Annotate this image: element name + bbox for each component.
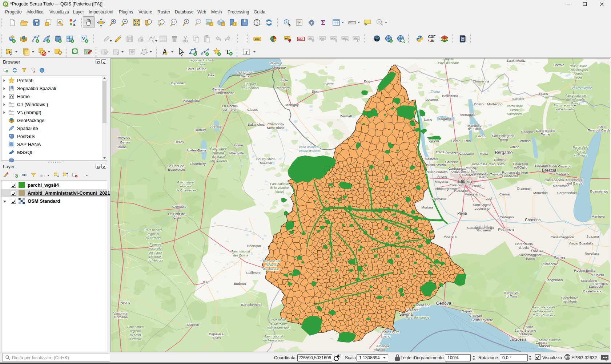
- svg-text:Albertville: Albertville: [229, 151, 244, 155]
- svg-text:Mont-Blanc: Mont-Blanc: [267, 126, 285, 130]
- svg-text:Lodi: Lodi: [486, 197, 493, 201]
- svg-text:Meda: Meda: [479, 151, 488, 155]
- svg-text:Gavardo: Gavardo: [558, 164, 571, 168]
- svg-text:Terme: Terme: [541, 132, 550, 136]
- svg-text:Belley: Belley: [174, 140, 184, 144]
- svg-text:ne' Monti: ne' Monti: [563, 299, 577, 303]
- svg-text:Riva del Garda: Riva del Garda: [588, 129, 610, 133]
- svg-text:Sestri Levante: Sestri Levante: [471, 318, 493, 322]
- svg-text:Lecco: Lecco: [477, 134, 486, 138]
- svg-text:Saint-Claude: Saint-Claude: [186, 67, 206, 71]
- svg-text:Como: Como: [451, 139, 461, 143]
- svg-text:Aigle: Aigle: [280, 78, 288, 82]
- svg-text:Parc national: Parc national: [264, 335, 283, 338]
- svg-text:Colico: Colico: [474, 102, 483, 106]
- svg-text:Alassio: Alassio: [374, 348, 385, 352]
- svg-text:Ventoux: Ventoux: [130, 337, 142, 341]
- svg-text:abc: abc: [354, 37, 358, 40]
- svg-text:Pays-d'Enhaut: Pays-d'Enhaut: [438, 61, 459, 65]
- svg-text:Vallée d'Aoste: Vallée d'Aoste: [298, 149, 320, 153]
- svg-text:Rapallo: Rapallo: [462, 309, 473, 313]
- svg-text:(cœur): (cœur): [274, 190, 284, 194]
- svg-text:Bergamo: Bergamo: [495, 150, 513, 155]
- svg-text:di Toro: di Toro: [507, 294, 517, 298]
- svg-text:Chiari: Chiari: [519, 171, 528, 175]
- svg-text:- Nationalpark: - Nationalpark: [568, 68, 588, 72]
- svg-text:Massa: Massa: [539, 344, 550, 348]
- svg-text:Annecy: Annecy: [210, 125, 222, 129]
- svg-text:Bains: Bains: [241, 74, 249, 78]
- svg-text:Chiavenna: Chiavenna: [473, 79, 490, 83]
- svg-text:Parco Nazionale: Parco Nazionale: [532, 306, 555, 309]
- svg-text:Beauvoisin: Beauvoisin: [168, 167, 185, 171]
- svg-text:Osio Sotto: Osio Sotto: [489, 162, 505, 166]
- svg-text:Aulla: Aulla: [526, 325, 534, 329]
- svg-text:Castenedolo: Castenedolo: [544, 178, 564, 182]
- svg-text:Castellarano: Castellarano: [583, 289, 602, 293]
- svg-text:abc: abc: [331, 37, 336, 40]
- svg-text:Aix-les-Bains: Aix-les-Bains: [186, 148, 206, 152]
- svg-text:des hauts: des hauts: [148, 251, 162, 254]
- svg-text:Pavia: Pavia: [457, 211, 467, 215]
- svg-text:du Mercantour: du Mercantour: [263, 339, 284, 342]
- svg-text:Σ: Σ: [321, 19, 325, 27]
- svg-text:Lugano: Lugano: [439, 117, 451, 121]
- svg-text:Langhirano: Langhirano: [546, 278, 563, 282]
- svg-text:Varese: Varese: [429, 138, 439, 142]
- svg-text:Locarno: Locarno: [425, 97, 438, 101]
- svg-text:Chiavari: Chiavari: [469, 314, 482, 318]
- svg-text:Valserhône: Valserhône: [183, 98, 200, 102]
- svg-text:Lodigiano: Lodigiano: [475, 206, 490, 210]
- svg-text:Martigny: Martigny: [285, 103, 299, 107]
- svg-text:Vallese/Wallis: Vallese/Wallis: [571, 86, 593, 90]
- svg-text:régional: régional: [266, 263, 277, 267]
- svg-text:Mions: Mions: [117, 145, 127, 149]
- svg-text:Brescia: Brescia: [542, 168, 556, 173]
- svg-text:Rubiera: Rubiera: [592, 273, 604, 277]
- svg-text:Nove: Nove: [549, 163, 557, 167]
- svg-text:dello Stelvio: dello Stelvio: [570, 64, 587, 68]
- svg-text:1:1: 1:1: [172, 21, 176, 24]
- svg-text:Arluno: Arluno: [437, 174, 447, 178]
- svg-text:Montichiari: Montichiari: [553, 184, 570, 188]
- svg-text:Ugine: Ugine: [234, 143, 243, 147]
- svg-text:Bormio: Bormio: [554, 63, 564, 67]
- svg-text:Tosco-Emiliano: Tosco-Emiliano: [533, 314, 555, 317]
- svg-text:(aire d'adhésion): (aire d'adhésion): [267, 326, 290, 330]
- svg-text:Ticino: Ticino: [431, 89, 440, 93]
- svg-text:i: i: [286, 20, 287, 24]
- svg-text:Terme: Terme: [526, 256, 535, 260]
- svg-text:Parc naturel: Parc naturel: [263, 259, 280, 263]
- svg-text:de la Vanoise: de la Vanoise: [270, 186, 289, 190]
- svg-text:Arco: Arco: [599, 125, 606, 129]
- svg-text:Bains: Bains: [212, 336, 221, 340]
- svg-text:Pare Montenotte: Pare Montenotte: [406, 316, 429, 319]
- svg-text:Parco regionale: Parco regionale: [554, 104, 576, 107]
- svg-text:dell'Adamello: dell'Adamello: [566, 98, 585, 101]
- svg-text:Bussago: Bussago: [534, 163, 548, 167]
- svg-text:sull'Adamello: sull'Adamello: [555, 108, 574, 111]
- svg-text:Arenzano: Arenzano: [415, 303, 430, 307]
- svg-text:du Vercors: du Vercors: [145, 236, 161, 240]
- svg-text:Joch: Joch: [575, 76, 582, 80]
- svg-text:sull'Oglio: sull'Oglio: [514, 165, 527, 169]
- svg-text:ab: ab: [309, 37, 312, 40]
- svg-text:Fidenza: Fidenza: [531, 248, 543, 252]
- svg-text:Saronno: Saronno: [445, 160, 458, 164]
- svg-text:Cluses: Cluses: [247, 108, 258, 112]
- svg-text:du Queyras: du Queyras: [263, 267, 280, 271]
- svg-text:régional: régional: [180, 185, 192, 188]
- svg-text:Monte Marcello: Monte Marcello: [539, 338, 561, 342]
- svg-text:Loano: Loano: [381, 334, 390, 338]
- svg-text:Mantova: Mantova: [591, 214, 605, 218]
- svg-text:Lombardia: Lombardia: [502, 174, 519, 178]
- svg-text:Carpenedolo: Carpenedolo: [557, 191, 576, 195]
- svg-text:Novellara: Novellara: [584, 251, 599, 255]
- svg-text:Parc naturel: Parc naturel: [145, 228, 162, 232]
- svg-text:Mazzano: Mazzano: [555, 171, 569, 175]
- svg-text:Melzo: Melzo: [479, 175, 488, 179]
- svg-text:de Chartreuse: de Chartreuse: [176, 189, 196, 192]
- svg-text:Finale Ligure: Finale Ligure: [379, 330, 399, 334]
- svg-text:in Riviera: in Riviera: [574, 154, 587, 157]
- svg-text:Formigine: Formigine: [593, 282, 608, 286]
